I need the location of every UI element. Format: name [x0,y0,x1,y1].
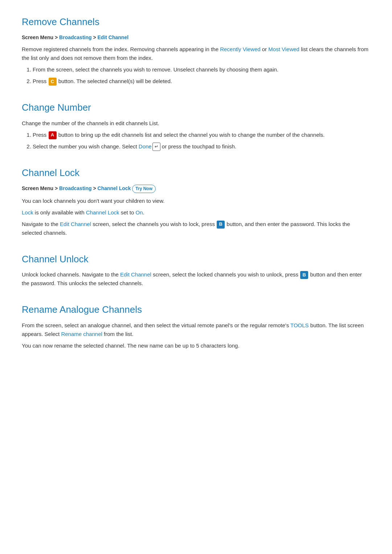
b-button-icon-unlock: B [300,271,308,279]
change-number-title: Change Number [22,100,370,115]
rename-analogue-title: Rename Analogue Channels [22,302,370,317]
remove-channels-breadcrumb: Screen Menu > Broadcasting > Edit Channe… [22,33,370,41]
step-1-text: From the screen, select the channels you… [33,66,278,73]
channel-unlock-section: Channel Unlock Unlock locked channels. N… [22,252,370,288]
change-number-step-2: Select the number you wish change. Selec… [33,142,370,151]
link-edit-channel[interactable]: Edit Channel [60,221,91,227]
body2-period: . [143,209,144,216]
channel-lock-body3: Navigate to the Edit Channel screen, sel… [22,220,370,237]
remove-channels-body: Remove registered channels from the inde… [22,45,370,62]
done-icon: ↵ [152,143,160,151]
remove-channels-title: Remove Channels [22,15,370,30]
breadcrumb-sep: > [92,34,98,40]
rename-analogue-body2: You can now rename the selected channel.… [22,341,370,350]
channel-lock-body2: Lock is only available with Channel Lock… [22,208,370,217]
rename-text-3: from the list. [102,331,134,337]
breadcrumb-link-channel-lock[interactable]: Channel Lock [98,185,131,191]
step-1-text-before: Press [33,132,48,138]
rename-analogue-section: Rename Analogue Channels From the screen… [22,302,370,350]
body3-text-before: Navigate to the [22,221,60,227]
unlock-text-mid: screen, select the locked channels you w… [151,271,300,278]
rename-analogue-body1: From the screen, select an analogue chan… [22,321,370,338]
link-on[interactable]: On [136,209,143,216]
c-button-icon: C [49,78,57,86]
link-rename-channel[interactable]: Rename channel [61,331,102,337]
remove-channels-step-1: From the screen, select the channels you… [33,65,370,74]
change-number-steps: Press A button to bring up the edit chan… [33,131,370,151]
remove-channels-section: Remove Channels Screen Menu > Broadcasti… [22,15,370,86]
a-button-icon: A [49,131,57,139]
channel-lock-breadcrumb: Screen Menu > Broadcasting > Channel Loc… [22,184,370,193]
breadcrumb-sep: > [92,185,98,191]
channel-lock-body1: You can lock channels you don't want you… [22,197,370,205]
breadcrumb-link-broadcasting[interactable]: Broadcasting [59,34,91,40]
link-most-viewed[interactable]: Most Viewed [268,46,299,52]
rename-text-1: From the screen, select an analogue chan… [22,322,290,328]
channel-unlock-body: Unlock locked channels. Navigate to the … [22,270,370,288]
step-2-text-after: or press the touchpad to finish. [160,143,236,149]
link-done[interactable]: Done [139,143,152,149]
unlock-text-before: Unlock locked channels. Navigate to the [22,271,120,278]
breadcrumb-prefix: Screen Menu > [22,34,59,40]
channel-lock-section: Channel Lock Screen Menu > Broadcasting … [22,165,370,237]
step-2-text-after: button. The selected channel(s) will be … [57,78,172,84]
breadcrumb-link-edit-channel[interactable]: Edit Channel [98,34,129,40]
try-now-badge[interactable]: Try Now [132,185,156,193]
link-tools[interactable]: TOOLS [290,322,309,328]
body2-text2: set to [119,209,136,216]
channel-lock-title: Channel Lock [22,165,370,181]
remove-channels-step-2: Press C button. The selected channel(s) … [33,77,370,86]
step-1-text-after: button to bring up the edit channels lis… [57,132,325,138]
body2-text1: is only available with [33,209,86,216]
link-channel-lock-inline[interactable]: Channel Lock [86,209,119,216]
change-number-body: Change the number of the channels in edi… [22,119,370,128]
b-button-icon: B [217,221,225,229]
body3-text-mid: screen, select the channels you wish to … [91,221,216,227]
change-number-section: Change Number Change the number of the c… [22,100,370,151]
link-recently-viewed[interactable]: Recently Viewed [220,46,260,52]
channel-unlock-title: Channel Unlock [22,252,370,267]
breadcrumb-prefix: Screen Menu > [22,185,59,191]
link-lock[interactable]: Lock [22,209,33,216]
remove-channels-steps: From the screen, select the channels you… [33,65,370,86]
change-number-step-1: Press A button to bring up the edit chan… [33,131,370,139]
link-edit-channel-unlock[interactable]: Edit Channel [120,271,151,278]
step-2-text-before: Select the number you wish change. Selec… [33,143,139,149]
step-2-text-before: Press [33,78,48,84]
breadcrumb-link-broadcasting[interactable]: Broadcasting [59,185,91,191]
